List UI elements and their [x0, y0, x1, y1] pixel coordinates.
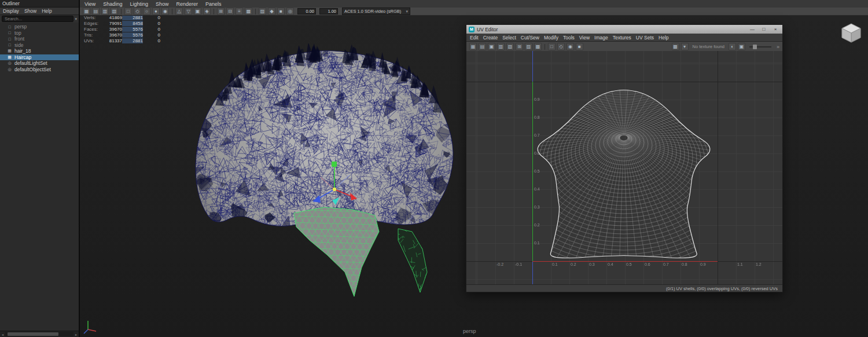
- uv-menu-tools[interactable]: Tools: [563, 35, 575, 41]
- toolbar-icon[interactable]: ▩: [245, 8, 252, 15]
- slider-knob[interactable]: [753, 45, 757, 49]
- uv-toolbar-icon[interactable]: ▧: [506, 43, 514, 50]
- toolbar-icon[interactable]: □: [124, 8, 132, 15]
- hud-total: 39670: [101, 27, 122, 32]
- uv-toolbar-icon[interactable]: ▦: [469, 43, 477, 50]
- uv-toolbar-icon[interactable]: ◉: [567, 43, 574, 50]
- menu-lighting[interactable]: Lighting: [130, 1, 148, 7]
- uv-menu-select[interactable]: Select: [502, 35, 516, 41]
- toolbar-icon[interactable]: ▨: [259, 8, 266, 15]
- minimize-button[interactable]: —: [748, 27, 757, 32]
- scroll-right-icon[interactable]: ▸: [73, 332, 79, 336]
- toolbar-icon[interactable]: ▧: [111, 8, 118, 15]
- uv-menu-view[interactable]: View: [579, 35, 590, 41]
- outliner-item-side[interactable]: □side: [0, 42, 79, 49]
- hud-total: 79091: [101, 21, 122, 26]
- toolbar-icon[interactable]: ▤: [92, 8, 100, 15]
- uv-menu-create[interactable]: Create: [483, 35, 498, 41]
- uv-shell-status: (0/1) UV shells, (0/0) overlapping UVs, …: [666, 286, 778, 291]
- uv-mesh[interactable]: [531, 82, 722, 267]
- uv-menu-modify[interactable]: Modify: [544, 35, 558, 41]
- toolbar-icon[interactable]: ▣: [194, 8, 201, 15]
- toolbar-icon[interactable]: ■: [277, 8, 285, 15]
- hud-selected: 2881: [122, 38, 143, 43]
- item-label: top: [14, 30, 21, 36]
- hud-extra: 0: [143, 38, 160, 43]
- uv-menu-help[interactable]: Help: [659, 35, 668, 41]
- toolbar-icon[interactable]: ●: [152, 8, 160, 15]
- uv-display-icon[interactable]: ▣: [738, 43, 745, 50]
- uv-x-tick-label: 0.7: [663, 262, 669, 266]
- uv-toolbar-icon[interactable]: ◇: [557, 43, 565, 50]
- menu-view[interactable]: View: [84, 1, 95, 7]
- expand-toolbar-icon[interactable]: »: [777, 44, 779, 50]
- menu-show[interactable]: Show: [156, 1, 169, 7]
- dim-image-slider[interactable]: [749, 46, 771, 47]
- horizontal-scrollbar[interactable]: ◂ ▸: [0, 331, 79, 337]
- toolbar-icon[interactable]: ▦: [83, 8, 90, 15]
- uv-menu-image[interactable]: Image: [594, 35, 608, 41]
- outliner-item-defaultlightset[interactable]: ◎defaultLightSet: [0, 60, 79, 67]
- toolbar-icon[interactable]: ≡: [236, 8, 243, 15]
- scroll-left-icon[interactable]: ◂: [0, 332, 5, 336]
- maximize-button[interactable]: □: [759, 27, 768, 32]
- hud-selected: 8458: [122, 21, 143, 26]
- uv-display-icon[interactable]: ◐: [729, 43, 736, 50]
- filter-dropdown-icon[interactable]: ▾: [75, 17, 77, 21]
- uv-menu-cutsew[interactable]: Cut/Sew: [521, 35, 539, 41]
- toolbar-icon[interactable]: ◉: [161, 8, 169, 15]
- maya-app-icon: M: [469, 27, 475, 32]
- uv-x-tick-label: 0.8: [682, 262, 687, 266]
- toolbar-icon[interactable]: ◇: [134, 8, 141, 15]
- uv-toolbar-icon[interactable]: ■: [576, 43, 583, 50]
- uv-toolbar-icon[interactable]: ▨: [525, 43, 532, 50]
- toolbar-icon[interactable]: ▽: [185, 8, 192, 15]
- uv-menu-textures[interactable]: Textures: [613, 35, 631, 41]
- camera-icon: □: [7, 37, 12, 41]
- menu-renderer[interactable]: Renderer: [176, 1, 198, 7]
- uv-menu-uvsets[interactable]: UV Sets: [636, 35, 654, 41]
- outliner-item-haircap[interactable]: ▦Haircap: [0, 54, 79, 61]
- gamma-field[interactable]: [319, 8, 338, 14]
- outliner-item-persp[interactable]: □persp: [0, 24, 79, 30]
- uv-menu-edit[interactable]: Edit: [470, 35, 479, 41]
- scrollbar-track[interactable]: [5, 332, 73, 336]
- uv-toolbar-icon[interactable]: ▣: [488, 43, 495, 50]
- move-manipulator[interactable]: [301, 156, 370, 214]
- toolbar-icon[interactable]: ⊟: [226, 8, 234, 15]
- outliner-menu-display[interactable]: Display: [3, 8, 19, 14]
- outliner-item-defaultobjectset[interactable]: ◎defaultObjectSet: [0, 67, 79, 73]
- toolbar-separator: [255, 9, 256, 14]
- uv-toolbar-icon[interactable]: ▩: [534, 43, 542, 50]
- exposure-field[interactable]: [297, 8, 316, 14]
- toolbar-icon[interactable]: ○: [143, 8, 150, 15]
- uv-canvas-area[interactable]: -0.2-0.10.10.20.30.40.50.60.70.80.91.11.…: [466, 51, 782, 285]
- uv-toolbar-icon[interactable]: ▥: [497, 43, 505, 50]
- outliner-menu-help[interactable]: Help: [42, 8, 52, 14]
- uv-editor-window: M UV Editor — □ × Edit Create Select Cut…: [466, 24, 783, 292]
- texture-dropdown-icon[interactable]: ▾: [681, 43, 689, 50]
- texture-dropdown-icon[interactable]: ▩: [672, 43, 679, 50]
- toolbar-icon[interactable]: ◎: [286, 8, 294, 15]
- toolbar-icon-group: ▦▤▥▧□◇○●◉△▽▣◈⊞⊟≡▩▨◆■◎: [83, 8, 294, 15]
- colorspace-dropdown[interactable]: ACES 1.0 SDR-video (sRGB) ▾: [342, 8, 410, 15]
- toolbar-icon[interactable]: △: [175, 8, 183, 15]
- search-input[interactable]: [2, 16, 73, 22]
- toolbar-icon[interactable]: ◆: [268, 8, 275, 15]
- toolbar-icon[interactable]: ▥: [101, 8, 109, 15]
- scrollbar-thumb[interactable]: [8, 332, 58, 336]
- outliner-menubar: Display Show Help: [0, 8, 79, 15]
- uv-toolbar-icon[interactable]: ⊞: [516, 43, 523, 50]
- outliner-item-hair18[interactable]: ▦hair_18: [0, 48, 79, 54]
- outliner-item-top[interactable]: □top: [0, 30, 79, 36]
- close-button[interactable]: ×: [771, 27, 780, 32]
- menu-panels[interactable]: Panels: [205, 1, 222, 7]
- toolbar-icon[interactable]: ◈: [203, 8, 211, 15]
- toolbar-icon[interactable]: ⊞: [217, 8, 225, 15]
- uv-titlebar[interactable]: M UV Editor — □ ×: [466, 25, 782, 34]
- outliner-item-front[interactable]: □front: [0, 36, 79, 42]
- menu-shading[interactable]: Shading: [103, 1, 122, 7]
- uv-toolbar-icon[interactable]: □: [548, 43, 556, 50]
- uv-toolbar-icon[interactable]: ▤: [479, 43, 486, 50]
- outliner-menu-show[interactable]: Show: [24, 8, 36, 14]
